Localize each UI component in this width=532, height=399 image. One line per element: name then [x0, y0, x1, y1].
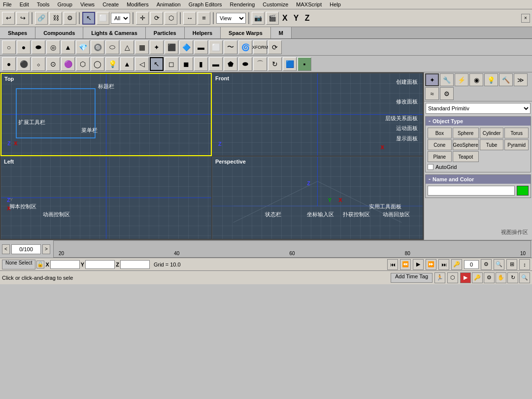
twist-icon-btn[interactable]: 🌀: [238, 40, 252, 54]
tab-lights-cameras[interactable]: Lights & Cameras: [83, 27, 146, 38]
menu-help[interactable]: Help: [329, 1, 342, 8]
unlink-button[interactable]: ⛓: [49, 12, 62, 25]
star-icon-btn[interactable]: ✦: [150, 40, 164, 54]
prompt-icon-2[interactable]: ⬡: [447, 272, 458, 283]
sphere-icon-btn[interactable]: ○: [2, 40, 16, 54]
play-btn[interactable]: ▶: [413, 259, 424, 270]
twist2-btn[interactable]: ↻: [268, 57, 282, 71]
extra-btn-2[interactable]: ≈: [425, 87, 439, 100]
coord-system[interactable]: View: [216, 13, 246, 24]
none-select-btn[interactable]: None Select: [2, 260, 35, 269]
key-icon[interactable]: 🔑: [472, 272, 483, 283]
cone-icon-btn[interactable]: ▲: [61, 40, 75, 54]
move-button[interactable]: ✛: [136, 12, 149, 25]
rotate-button[interactable]: ⟳: [150, 12, 163, 25]
pipe2-btn[interactable]: ⬬: [238, 57, 252, 71]
capsule-icon-btn[interactable]: ⬜: [209, 40, 223, 54]
menu-tools[interactable]: Tools: [36, 1, 51, 8]
options-icon[interactable]: ⚙: [484, 272, 495, 283]
menu-modifiers[interactable]: Modifiers: [126, 1, 150, 8]
zoom-icon[interactable]: 🔍: [519, 272, 530, 283]
align-button[interactable]: ≡: [198, 12, 210, 25]
hex-btn[interactable]: ⬡: [76, 57, 90, 71]
redo-button[interactable]: ↪: [16, 12, 29, 25]
go-end-btn[interactable]: ⏭: [438, 259, 449, 270]
lamp-btn[interactable]: 💡: [105, 57, 119, 71]
tab-more[interactable]: M: [271, 27, 292, 38]
obj-pyramid[interactable]: Pyramid: [504, 139, 529, 150]
window-close-button[interactable]: ×: [521, 14, 530, 23]
ring2-btn[interactable]: ◯: [91, 57, 104, 71]
autogrid-checkbox[interactable]: [428, 164, 433, 170]
menu-customize[interactable]: Customize: [262, 1, 289, 8]
torus-icon-btn[interactable]: ◎: [46, 40, 60, 54]
wave-icon-btn[interactable]: 〜: [224, 40, 237, 54]
mirror-button[interactable]: ↔: [183, 12, 196, 25]
select2-btn[interactable]: ↖: [150, 57, 164, 71]
menu-rendering[interactable]: Rendering: [229, 1, 256, 8]
blob-btn[interactable]: 🟣: [61, 57, 75, 71]
sphere2-btn[interactable]: ●: [2, 57, 16, 71]
menu-create[interactable]: Create: [101, 1, 120, 8]
viewport-top[interactable]: Top Z X 标题栏 扩展工具栏: [0, 73, 212, 156]
menu-views[interactable]: Views: [79, 1, 96, 8]
menu-maxscript[interactable]: MAXScript: [295, 1, 323, 8]
pipe-icon-btn[interactable]: ⬭: [105, 40, 119, 54]
next-frame-btn[interactable]: ⏩: [426, 259, 436, 270]
selection-filter[interactable]: All: [111, 13, 130, 24]
primitive-type-select[interactable]: Standard Primitiv: [426, 103, 531, 114]
ball-icon-btn[interactable]: ●: [17, 40, 31, 54]
go-start-btn[interactable]: ⏮: [387, 259, 398, 270]
animate-mode-btn[interactable]: ▶: [460, 272, 471, 283]
timeline-track[interactable]: 20 40 60 80 10: [53, 240, 531, 258]
tapered-icon-btn[interactable]: 🔷: [179, 40, 193, 54]
tab-helpers[interactable]: Helpers: [185, 27, 221, 38]
cyl2-btn[interactable]: ⬦: [32, 57, 45, 71]
object-color-swatch[interactable]: [517, 186, 529, 196]
menu-graph-editors[interactable]: Graph Editors: [188, 1, 223, 8]
display-panel-icon[interactable]: 💡: [484, 73, 498, 86]
bend-btn[interactable]: ⌒: [253, 57, 267, 71]
misc-icon-btn[interactable]: ⟳: [268, 40, 282, 54]
menu-group[interactable]: Group: [56, 1, 73, 8]
obj-cone[interactable]: Cone: [428, 139, 452, 150]
ring-icon-btn[interactable]: 🔘: [91, 40, 104, 54]
cylinder-icon-btn[interactable]: ⬬: [32, 40, 45, 54]
spring-btn[interactable]: 🟦: [283, 57, 297, 71]
box-icon-btn[interactable]: ⬛: [165, 40, 178, 54]
modify-panel-icon[interactable]: 🔧: [440, 73, 454, 86]
timeline-next-btn[interactable]: >: [42, 244, 50, 254]
timeline-prev-btn[interactable]: <: [2, 244, 10, 254]
name-color-collapse-btn[interactable]: -: [429, 176, 431, 183]
tab-shapes[interactable]: Shapes: [0, 27, 35, 38]
extra-btn-1[interactable]: ≫: [514, 73, 528, 86]
view-op-1[interactable]: 🔍: [494, 259, 504, 270]
x-coord-input[interactable]: [50, 260, 80, 269]
obj-teapot[interactable]: Teapot: [453, 151, 479, 162]
obj-torus[interactable]: Torus: [504, 128, 529, 138]
obj-geosphere[interactable]: GeoSphere: [453, 139, 479, 150]
render-scene-button[interactable]: 🎬: [266, 12, 279, 25]
obj-plane[interactable]: Plane: [428, 151, 452, 162]
extra-btn-3[interactable]: ⚙: [440, 87, 454, 100]
scale-button[interactable]: ⬡: [165, 12, 177, 25]
link-button[interactable]: 🔗: [35, 12, 48, 25]
create-panel-icon[interactable]: ✦: [425, 73, 439, 86]
obj-tube[interactable]: Tube: [480, 139, 504, 150]
y-coord-input[interactable]: [85, 260, 115, 269]
z-coord-input[interactable]: [120, 260, 150, 269]
undo-button[interactable]: ↩: [2, 12, 15, 25]
prompt-icon-1[interactable]: 🏃: [434, 272, 445, 283]
menu-file[interactable]: File: [2, 1, 13, 8]
viewport-front[interactable]: Front Z X 创建面板 修改面板 层级关系面板 运动面板 显示面板: [212, 73, 423, 156]
select-button[interactable]: ↖: [82, 12, 95, 25]
frame-input[interactable]: [464, 260, 479, 269]
prev-frame-btn[interactable]: ⏪: [400, 259, 411, 270]
pan-icon[interactable]: ✋: [496, 272, 506, 283]
tab-compounds[interactable]: Compounds: [35, 27, 83, 38]
motion-panel-icon[interactable]: ◉: [469, 73, 483, 86]
bind-button[interactable]: ⚙: [64, 12, 76, 25]
tri-btn[interactable]: ▲: [120, 57, 134, 71]
add-time-tag-btn[interactable]: Add Time Tag: [391, 273, 432, 283]
view-op-3[interactable]: ↕: [519, 259, 530, 270]
